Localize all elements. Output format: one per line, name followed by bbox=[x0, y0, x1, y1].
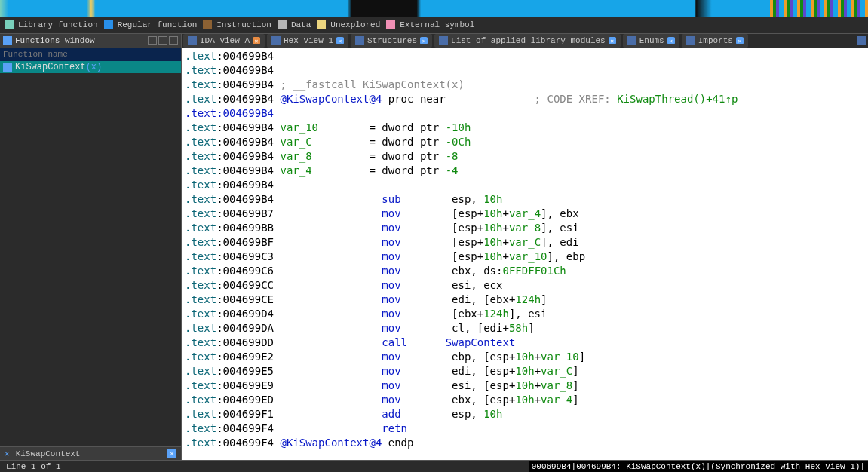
tab-close-icon[interactable]: ✕ bbox=[253, 37, 260, 44]
functions-footer-tab[interactable]: ✕ KiSwapContext ✕ bbox=[0, 446, 181, 460]
legend-unexplored-label: Unexplored bbox=[330, 20, 380, 29]
tab-label: Hex View-1 bbox=[284, 36, 333, 45]
tab-label: IDA View-A bbox=[200, 36, 250, 45]
undock-icon[interactable] bbox=[148, 36, 157, 45]
tab-close-icon[interactable]: ✕ bbox=[609, 37, 616, 44]
functions-window-titlebar[interactable]: Functions window bbox=[0, 34, 181, 48]
tab-icon bbox=[627, 36, 636, 45]
functions-window-title: Functions window bbox=[15, 36, 95, 45]
tab-close-icon[interactable]: ✕ bbox=[420, 37, 428, 44]
legend-instruction-label: Instruction bbox=[216, 20, 271, 29]
tab-close-icon[interactable]: ✕ bbox=[667, 37, 675, 44]
more-tabs-icon[interactable] bbox=[857, 36, 866, 45]
tab-label: Structures bbox=[367, 36, 417, 45]
maximize-icon[interactable] bbox=[158, 36, 167, 45]
tab-icon bbox=[686, 36, 695, 45]
tab-icon bbox=[188, 36, 197, 45]
tab-label: Imports bbox=[698, 36, 733, 45]
tab-icon bbox=[439, 36, 448, 45]
tab-list-of-applied-library-modules[interactable]: List of applied library modules✕ bbox=[434, 34, 621, 48]
status-bar: Line 1 of 1 000699B4|004699B4: KiSwapCon… bbox=[0, 460, 868, 472]
view-tabs: IDA View-A✕Hex View-1✕Structures✕List of… bbox=[182, 34, 868, 48]
function-legend: Library function Regular function Instru… bbox=[0, 17, 868, 33]
close-icon[interactable] bbox=[169, 36, 178, 45]
tab-label: Enums bbox=[639, 36, 664, 45]
legend-regular-label: Regular function bbox=[118, 20, 198, 29]
functions-list[interactable]: KiSwapContext(x) bbox=[0, 61, 181, 446]
status-line-info: Line 1 of 1 bbox=[0, 462, 67, 471]
functions-window: Functions window Function name KiSwapCon… bbox=[0, 34, 182, 460]
tab-icon bbox=[271, 36, 281, 45]
tab-enums[interactable]: Enums✕ bbox=[623, 34, 679, 48]
function-name-filter[interactable]: Function name bbox=[0, 48, 181, 61]
tab-close-icon[interactable]: ✕ bbox=[736, 37, 744, 44]
legend-external-label: External symbol bbox=[400, 20, 474, 29]
legend-library-label: Library function bbox=[18, 20, 98, 29]
function-icon bbox=[3, 63, 12, 72]
legend-data-label: Data bbox=[291, 20, 311, 29]
tab-ida-view-a[interactable]: IDA View-A✕ bbox=[183, 34, 265, 48]
tab-structures[interactable]: Structures✕ bbox=[351, 34, 432, 48]
functions-icon bbox=[3, 36, 12, 45]
navigation-overview-bar[interactable] bbox=[0, 0, 868, 17]
function-list-item[interactable]: KiSwapContext(x) bbox=[0, 61, 181, 73]
tab-icon bbox=[355, 36, 364, 45]
footer-function-label: KiSwapContext bbox=[16, 449, 81, 458]
tab-imports[interactable]: Imports✕ bbox=[682, 34, 748, 48]
tab-hex-view-1[interactable]: Hex View-1✕ bbox=[267, 34, 348, 48]
status-address-info: 000699B4|004699B4: KiSwapContext(x)|(Syn… bbox=[529, 461, 868, 472]
disassembly-view[interactable]: .text:004699B4 .text:004699B4 .text:0046… bbox=[182, 48, 868, 460]
tab-label: List of applied library modules bbox=[451, 36, 606, 45]
tab-close-icon[interactable]: ✕ bbox=[336, 37, 344, 44]
close-icon[interactable]: ✕ bbox=[5, 449, 10, 458]
tab-close-icon[interactable]: ✕ bbox=[167, 449, 176, 458]
